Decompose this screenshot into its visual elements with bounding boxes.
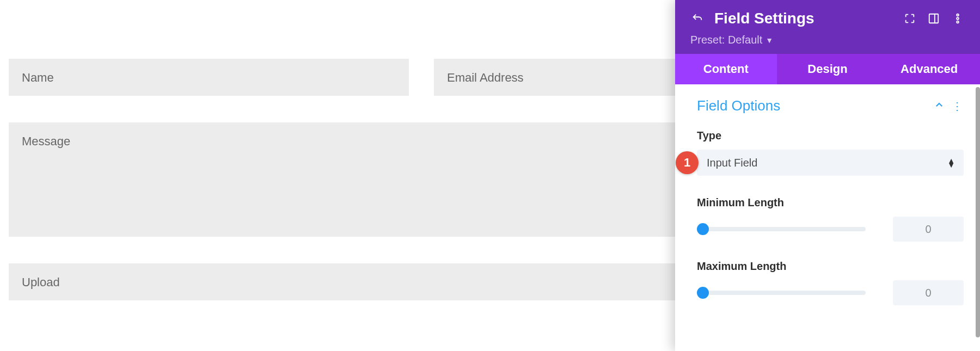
select-arrows-icon: ▲▼ (947, 158, 955, 167)
panel-layout-icon[interactable] (927, 11, 941, 26)
min-length-slider[interactable] (697, 227, 866, 231)
max-length-label: Maximum Length (697, 260, 964, 273)
panel-body: Field Options ⋮ Type 1 Input Field ▲▼ Mi… (675, 84, 980, 351)
svg-point-2 (957, 14, 959, 16)
section-more-icon[interactable]: ⋮ (952, 100, 964, 113)
section-title[interactable]: Field Options (697, 97, 934, 114)
min-length-input[interactable] (893, 217, 964, 242)
panel-title: Field Settings (714, 10, 893, 27)
panel-header: Field Settings Preset: Default ▼ (675, 0, 980, 54)
more-vert-icon[interactable] (951, 11, 965, 26)
expand-icon[interactable] (903, 11, 917, 26)
chevron-up-icon[interactable] (934, 100, 944, 112)
panel-scrollbar[interactable] (976, 87, 980, 337)
svg-rect-0 (929, 14, 939, 23)
preset-label: Preset: Default (690, 34, 762, 46)
tab-advanced[interactable]: Advanced (878, 54, 980, 84)
caret-down-icon: ▼ (765, 36, 773, 45)
slider-thumb[interactable] (697, 223, 709, 235)
max-length-input[interactable] (893, 280, 964, 305)
settings-panel: Field Settings Preset: Default ▼ Content… (675, 0, 980, 351)
form-preview: Name Email Address Message Upload (0, 0, 544, 351)
undo-icon[interactable] (690, 11, 705, 26)
name-field[interactable]: Name (9, 59, 409, 96)
svg-point-3 (957, 17, 959, 20)
type-label: Type (697, 130, 964, 142)
type-select[interactable]: Input Field ▲▼ (697, 150, 964, 176)
svg-point-4 (957, 21, 959, 23)
min-length-label: Minimum Length (697, 196, 964, 209)
max-length-slider[interactable] (697, 291, 866, 295)
tab-content[interactable]: Content (675, 54, 777, 84)
tab-design[interactable]: Design (777, 54, 879, 84)
panel-tabs: Content Design Advanced (675, 54, 980, 84)
type-select-value: Input Field (707, 157, 757, 169)
slider-thumb[interactable] (697, 287, 709, 299)
callout-badge: 1 (676, 151, 699, 174)
preset-dropdown[interactable]: Preset: Default ▼ (690, 34, 965, 46)
